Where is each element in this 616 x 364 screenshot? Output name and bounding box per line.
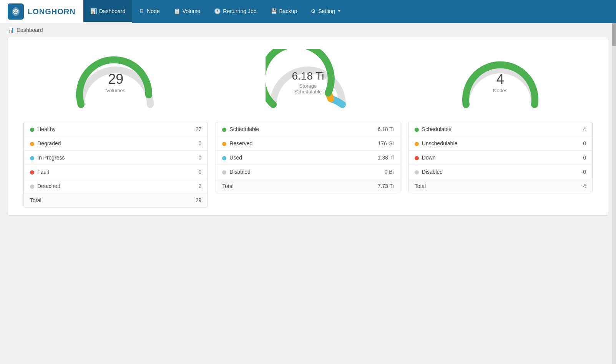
table-row: Disabled 0 [408,165,592,179]
used-value: 1.38 Ti [332,151,400,165]
setting-nav-icon: ⚙ [311,8,316,14]
brand-logo-icon [8,3,24,20]
nodes-subtitle: Nodes [493,88,508,93]
disabled-storage-dot [222,170,226,175]
detached-label: Detached [24,179,156,193]
breadcrumb-icon: 📊 [8,27,14,33]
nodes-gauge-label: 4 Nodes [493,72,508,93]
gauge-row: 29 Volumes [23,49,593,110]
storage-stats-table: Schedulable 6.18 Ti Reserved 176 Gi Used… [216,122,400,193]
recurring-nav-icon: 🕐 [214,8,221,14]
table-row: Down 0 [408,151,592,165]
stats-row: Healthy 27 Degraded 0 In Progress 0 Faul… [23,122,593,208]
storage-stats-panel: Schedulable 6.18 Ti Reserved 176 Gi Used… [216,122,400,193]
backup-nav-icon: 💾 [271,8,277,14]
main-content: 29 Volumes [0,37,616,223]
fault-dot [30,170,34,175]
unschedulable-dot [415,142,419,146]
volumes-total-row: Total 29 [24,193,208,208]
nav-items: 📊 Dashboard 🖥 Node 📋 Volume 🕐 Recurring … [83,0,347,23]
table-row: Healthy 27 [24,122,208,136]
healthy-label: Healthy [24,122,156,136]
volumes-total-label: Total [24,193,156,208]
breadcrumb-label: Dashboard [17,27,43,33]
table-row: In Progress 0 [24,151,208,165]
detached-dot [30,184,34,189]
storage-total-row: Total 7.73 Ti [216,179,400,193]
table-row: Degraded 0 [24,136,208,151]
disabled-storage-value: 0 Bi [332,165,400,179]
inprogress-label: In Progress [24,151,156,165]
table-row: Unschedulable 0 [408,136,592,151]
nav-label-dashboard: Dashboard [99,8,126,14]
down-label: Down [408,151,553,165]
table-row: Disabled 0 Bi [216,165,400,179]
breadcrumb: 📊 Dashboard [0,23,616,37]
node-nav-icon: 🖥 [139,8,144,14]
unschedulable-label: Unschedulable [408,136,553,151]
healthy-dot [30,128,34,132]
volumes-stats-table: Healthy 27 Degraded 0 In Progress 0 Faul… [24,122,208,207]
volumes-gauge-container: 29 Volumes [23,49,208,110]
dashboard-card: 29 Volumes [8,37,608,216]
nav-item-volume[interactable]: 📋 Volume [167,0,208,23]
nodes-total-value: 4 [552,179,592,193]
fault-label: Fault [24,165,156,179]
schedulable-storage-label: Schedulable [216,122,332,136]
table-row: Used 1.38 Ti [216,151,400,165]
used-dot [222,156,226,160]
nav-item-setting[interactable]: ⚙ Setting ▾ [304,0,347,23]
schedulable-storage-dot [222,128,226,132]
nav-label-node: Node [147,8,159,14]
storage-gauge-wrap: 6.18 Ti Storage Schedulable [266,49,350,110]
nodes-value: 4 [493,72,508,86]
nav-item-recurring-job[interactable]: 🕐 Recurring Job [207,0,263,23]
scrollbar-track[interactable] [612,23,616,223]
degraded-label: Degraded [24,136,156,151]
brand: LONGHORN [0,0,83,23]
setting-dropdown-icon: ▾ [338,9,340,13]
volumes-stats-panel: Healthy 27 Degraded 0 In Progress 0 Faul… [23,122,208,208]
nodes-total-label: Total [408,179,553,193]
nodes-stats-table: Schedulable 4 Unschedulable 0 Down 0 Dis… [408,122,592,193]
reserved-value: 176 Gi [332,136,400,151]
nav-item-node[interactable]: 🖥 Node [132,0,166,23]
storage-gauge-label: 6.18 Ti Storage Schedulable [287,71,329,95]
unschedulable-value: 0 [552,136,592,151]
nodes-stats-panel: Schedulable 4 Unschedulable 0 Down 0 Dis… [408,122,593,193]
schedulable-nodes-dot [415,128,419,132]
nodes-gauge-wrap: 4 Nodes [458,49,543,110]
disabled-nodes-label: Disabled [408,165,553,179]
volumes-total-value: 29 [156,193,208,208]
table-row: Reserved 176 Gi [216,136,400,151]
nav-label-recurring: Recurring Job [223,8,256,14]
nav-item-dashboard[interactable]: 📊 Dashboard [83,0,133,23]
volume-nav-icon: 📋 [174,8,180,14]
disabled-storage-label: Disabled [216,165,332,179]
schedulable-storage-value: 6.18 Ti [332,122,400,136]
volumes-value: 29 [106,72,125,86]
storage-total-value: 7.73 Ti [332,179,400,193]
storage-total-label: Total [216,179,332,193]
disabled-nodes-value: 0 [552,165,592,179]
volumes-gauge-label: 29 Volumes [106,72,125,93]
degraded-value: 0 [156,136,208,151]
disabled-nodes-dot [415,170,419,175]
volumes-gauge-wrap: 29 Volumes [73,49,158,110]
table-row: Fault 0 [24,165,208,179]
scrollbar-thumb[interactable] [612,23,616,46]
used-label: Used [216,151,332,165]
schedulable-nodes-label: Schedulable [408,122,553,136]
navbar: LONGHORN 📊 Dashboard 🖥 Node 📋 Volume 🕐 R… [0,0,616,23]
detached-value: 2 [156,179,208,193]
inprogress-value: 0 [156,151,208,165]
table-row: Schedulable 4 [408,122,592,136]
nav-label-setting: Setting [318,8,335,14]
nav-label-volume: Volume [183,8,201,14]
storage-value: 6.18 Ti [287,71,329,81]
nodes-total-row: Total 4 [408,179,592,193]
degraded-dot [30,142,34,146]
table-row: Detached 2 [24,179,208,193]
reserved-label: Reserved [216,136,332,151]
nav-item-backup[interactable]: 💾 Backup [264,0,304,23]
